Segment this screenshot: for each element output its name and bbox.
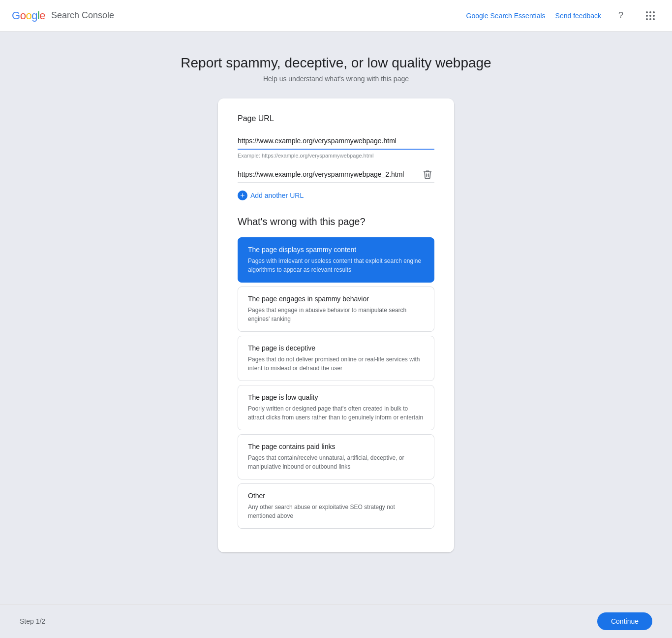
form-card: Page URL Example: https://example.org/ve… — [218, 98, 454, 552]
option-desc-other: Any other search abuse or exploitative S… — [248, 503, 424, 520]
page-subtitle: Help us understand what's wrong with thi… — [263, 75, 409, 83]
url1-input-wrapper — [238, 133, 434, 150]
add-url-label: Add another URL — [250, 191, 304, 199]
option-desc-spammy_content: Pages with irrelevant or useless content… — [248, 256, 424, 274]
grid-icon — [646, 11, 655, 20]
add-url-button[interactable]: + Add another URL — [238, 191, 304, 200]
option-item-deceptive[interactable]: The page is deceptive Pages that do not … — [238, 336, 434, 381]
header-actions: Google Search Essentials Send feedback ? — [466, 6, 661, 26]
main-content: Report spammy, deceptive, or low quality… — [0, 32, 672, 592]
product-name: Search Console — [51, 10, 114, 21]
page-url-label: Page URL — [238, 114, 434, 123]
url1-hint: Example: https://example.org/veryspammyw… — [238, 153, 434, 159]
trash-icon — [423, 169, 432, 179]
url2-input[interactable] — [238, 166, 421, 182]
option-title-spammy_behavior: The page engages in spammy behavior — [248, 295, 424, 303]
apps-button[interactable] — [641, 6, 660, 26]
options-list: The page displays spammy content Pages w… — [238, 237, 434, 529]
whats-wrong-title: What's wrong with this page? — [238, 216, 434, 227]
option-title-paid_links: The page contains paid links — [248, 443, 424, 450]
option-desc-spammy_behavior: Pages that engage in abusive behavior to… — [248, 306, 424, 323]
delete-url2-button[interactable] — [421, 167, 434, 181]
option-item-low_quality[interactable]: The page is low quality Poorly written o… — [238, 385, 434, 430]
app-header: Google Search Console Google Search Esse… — [0, 0, 672, 32]
url2-row — [238, 166, 434, 183]
continue-button[interactable]: Continue — [597, 612, 652, 630]
page-title: Report spammy, deceptive, or low quality… — [181, 55, 491, 71]
option-desc-low_quality: Poorly written or designed page that's o… — [248, 404, 424, 422]
google-logo: Google — [12, 9, 45, 22]
form-footer: Step 1/2 Continue — [0, 604, 672, 638]
option-item-spammy_content[interactable]: The page displays spammy content Pages w… — [238, 237, 434, 283]
option-title-low_quality: The page is low quality — [248, 393, 424, 401]
step-label: Step 1/2 — [20, 617, 45, 625]
header-logo-area: Google Search Console — [12, 9, 114, 22]
google-search-essentials-link[interactable]: Google Search Essentials — [466, 12, 546, 20]
option-title-other: Other — [248, 492, 424, 500]
option-title-deceptive: The page is deceptive — [248, 344, 424, 352]
option-item-paid_links[interactable]: The page contains paid links Pages that … — [238, 434, 434, 479]
help-icon: ? — [618, 10, 623, 21]
add-icon: + — [238, 191, 247, 200]
send-feedback-link[interactable]: Send feedback — [555, 12, 601, 20]
url1-group: Example: https://example.org/veryspammyw… — [238, 133, 434, 159]
option-desc-paid_links: Pages that contain/receive unnatural, ar… — [248, 453, 424, 471]
option-title-spammy_content: The page displays spammy content — [248, 246, 424, 254]
option-item-other[interactable]: Other Any other search abuse or exploita… — [238, 483, 434, 529]
option-item-spammy_behavior[interactable]: The page engages in spammy behavior Page… — [238, 287, 434, 332]
url1-input[interactable] — [238, 133, 434, 149]
help-button[interactable]: ? — [611, 6, 631, 26]
option-desc-deceptive: Pages that do not deliver promised onlin… — [248, 355, 424, 373]
